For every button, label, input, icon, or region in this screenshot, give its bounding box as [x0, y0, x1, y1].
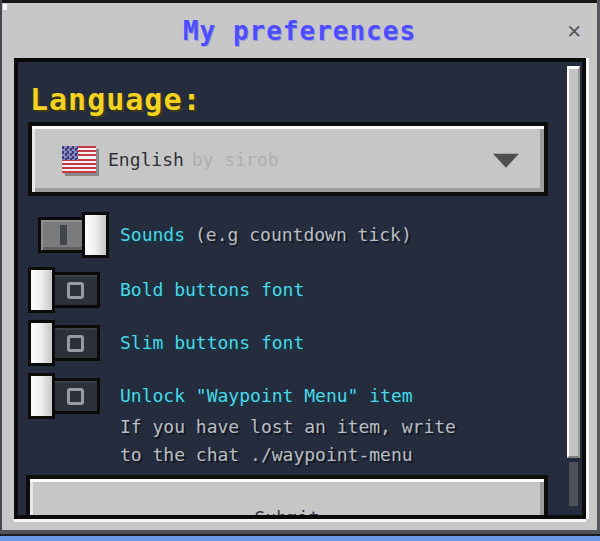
- scrollbar-thumb[interactable]: [567, 66, 580, 458]
- chevron-down-icon: [493, 154, 519, 168]
- toggle-track: [50, 378, 100, 414]
- bottom-blue-bar: [0, 536, 600, 541]
- toggle-handle: [82, 212, 109, 258]
- bold-font-toggle[interactable]: [28, 267, 108, 313]
- preferences-panel: Language: Englishby sirob Sounds(e.g cou…: [14, 58, 586, 519]
- bold-font-label: Bold buttons font: [120, 279, 304, 300]
- us-flag-icon: [62, 146, 96, 173]
- waypoint-menu-label: Unlock "Waypoint Menu" item: [120, 385, 413, 406]
- toggle-track: [38, 217, 88, 253]
- toggle-handle: [28, 373, 55, 419]
- waypoint-menu-help: If you have lost an item, write to the c…: [120, 413, 456, 469]
- slim-font-label: Slim buttons font: [120, 332, 304, 353]
- slim-font-toggle[interactable]: [28, 320, 108, 366]
- sounds-hint: (e.g countdown tick): [195, 224, 412, 245]
- toggle-off-mark: [67, 388, 84, 405]
- toggle-off-mark: [67, 282, 84, 299]
- waypoint-menu-toggle[interactable]: [28, 373, 108, 419]
- language-dropdown[interactable]: Englishby sirob: [28, 122, 548, 196]
- titlebar: My preferences ✕: [2, 3, 597, 58]
- toggle-track: [50, 325, 100, 361]
- window-title: My preferences: [183, 16, 416, 46]
- help-line: If you have lost an item, write: [120, 413, 456, 441]
- toggle-row-waypoint-menu: Unlock "Waypoint Menu" item If you have …: [28, 373, 456, 469]
- sounds-label: Sounds: [120, 224, 185, 245]
- toggle-handle: [28, 320, 55, 366]
- toggle-track: [50, 272, 100, 308]
- toggle-handle: [28, 267, 55, 313]
- scrollbar-track-remainder: [569, 462, 578, 506]
- toggle-row-slim-font: Slim buttons font: [28, 320, 304, 366]
- language-attribution: by sirob: [192, 149, 279, 170]
- window-left-border: [0, 0, 2, 530]
- help-line: to the chat ./waypoint-menu: [120, 441, 456, 469]
- submit-label: Submit: [254, 507, 319, 519]
- language-label: Language:: [30, 82, 202, 117]
- toggle-off-mark: [67, 335, 84, 352]
- language-name: English: [108, 149, 184, 170]
- preferences-window: My preferences ✕ Language: Englishby sir…: [0, 0, 600, 541]
- scrollbar[interactable]: [567, 64, 580, 513]
- toggle-row-sounds: Sounds(e.g countdown tick): [28, 212, 412, 258]
- toggle-on-mark: [60, 225, 67, 245]
- sounds-toggle[interactable]: [28, 212, 108, 258]
- toggle-row-bold-font: Bold buttons font: [28, 267, 304, 313]
- close-icon[interactable]: ✕: [567, 18, 581, 41]
- language-selected-value: Englishby sirob: [108, 149, 279, 170]
- submit-button[interactable]: Submit: [26, 475, 548, 519]
